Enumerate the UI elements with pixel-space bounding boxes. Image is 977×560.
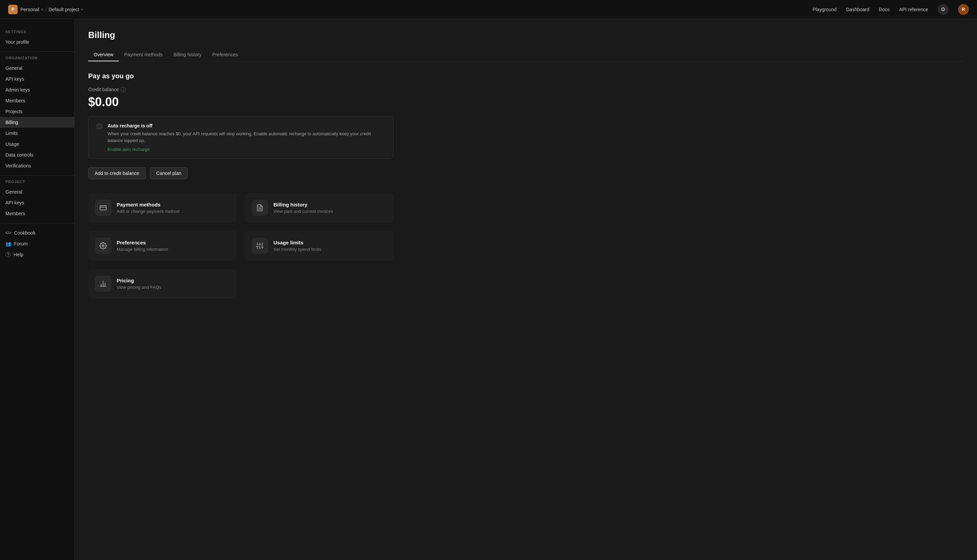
sidebar-settings-label: SETTINGS — [0, 30, 74, 37]
sidebar-divider-2 — [0, 175, 74, 176]
avatar[interactable]: R — [958, 4, 969, 15]
section-title: Pay as you go — [88, 72, 964, 80]
sidebar-project-label: PROJECT — [0, 180, 74, 187]
card-usage-limits-title: Usage limits — [274, 240, 321, 245]
card-preferences-desc: Manage billing information — [117, 247, 168, 252]
sidebar-item-help[interactable]: ? Help — [0, 249, 74, 260]
topnav-right: Playground Dashboard Docs API reference … — [812, 4, 969, 15]
project-label[interactable]: Default project — [48, 7, 79, 12]
sidebar-item-forum[interactable]: 👥 Forum — [0, 238, 74, 249]
sidebar-item-cookbook[interactable]: </> Cookbook — [0, 227, 74, 238]
svg-rect-0 — [100, 206, 106, 210]
nav-api-reference[interactable]: API reference — [899, 7, 928, 12]
svg-point-5 — [102, 245, 104, 247]
tabs-bar: Overview Payment methods Billing history… — [88, 48, 964, 62]
card-billing-history-title: Billing history — [274, 202, 333, 207]
sidebar-item-api-keys[interactable]: API keys — [0, 73, 74, 84]
sidebar-item-general-org[interactable]: General — [0, 63, 74, 73]
card-usage-limits-desc: Set monthly spend limits — [274, 247, 321, 252]
topnav: P Personal ▾ / Default project ▾ Playgro… — [0, 0, 977, 19]
card-billing-history-desc: View past and current invoices — [274, 209, 333, 214]
add-to-credit-balance-button[interactable]: Add to credit balance — [88, 167, 146, 179]
cards-grid: Payment methods Add or change payment me… — [88, 193, 394, 298]
personal-badge[interactable]: P — [8, 5, 18, 14]
personal-label[interactable]: Personal — [20, 7, 39, 12]
sidebar-divider-3 — [0, 223, 74, 223]
nav-dashboard[interactable]: Dashboard — [846, 7, 870, 12]
sidebar-item-billing[interactable]: Billing — [0, 117, 74, 128]
sidebar-item-data-controls[interactable]: Data controls — [0, 150, 74, 160]
breadcrumb: Personal ▾ / Default project ▾ — [20, 7, 83, 12]
sidebar-item-projects[interactable]: Projects — [0, 106, 74, 117]
code-icon: </> — [5, 230, 11, 235]
card-pricing-title: Pricing — [117, 278, 161, 283]
sidebar-item-verifications[interactable]: Verifications — [0, 160, 74, 171]
card-billing-history[interactable]: Billing history View past and current in… — [245, 193, 394, 223]
card-icon — [99, 204, 107, 212]
sidebar-item-limits[interactable]: Limits — [0, 128, 74, 138]
sidebar-item-members-org[interactable]: Members — [0, 95, 74, 106]
tab-payment-methods[interactable]: Payment methods — [119, 48, 168, 62]
card-usage-limits[interactable]: Usage limits Set monthly spend limits — [245, 231, 394, 261]
recharge-box: Auto recharge is off When your credit ba… — [88, 116, 394, 159]
usage-limits-icon-wrap — [252, 238, 268, 254]
card-payment-methods[interactable]: Payment methods Add or change payment me… — [88, 193, 237, 223]
main-content: Billing Overview Payment methods Billing… — [75, 19, 977, 560]
balance-amount: $0.00 — [88, 95, 964, 109]
card-preferences-title: Preferences — [117, 240, 168, 245]
forum-icon: 👥 — [5, 241, 11, 247]
chart-icon — [99, 280, 107, 287]
nav-playground[interactable]: Playground — [812, 7, 837, 12]
card-pricing-desc: View pricing and FAQs — [117, 285, 161, 290]
nav-docs[interactable]: Docs — [878, 7, 890, 12]
breadcrumb-sep: / — [45, 7, 47, 12]
auto-recharge-checkbox[interactable] — [97, 124, 102, 129]
doc-icon — [256, 204, 264, 212]
pricing-icon-wrap — [95, 276, 111, 292]
project-chevron: ▾ — [81, 7, 83, 12]
sidebar-item-admin-keys[interactable]: Admin keys — [0, 84, 74, 95]
sliders-icon — [256, 242, 264, 250]
card-preferences[interactable]: Preferences Manage billing information — [88, 231, 237, 261]
sidebar-item-members-project[interactable]: Members — [0, 208, 74, 219]
sidebar-item-general-project[interactable]: General — [0, 187, 74, 197]
recharge-title: Auto recharge is off — [107, 123, 385, 128]
info-icon[interactable]: i — [121, 87, 126, 92]
settings-icon-btn[interactable]: ⚙ — [938, 4, 949, 15]
topnav-left: P Personal ▾ / Default project ▾ — [8, 5, 812, 14]
credit-balance-label: Credit balance i — [88, 87, 964, 92]
layout: SETTINGS Your profile ORGANIZATION Gener… — [0, 19, 977, 560]
sidebar: SETTINGS Your profile ORGANIZATION Gener… — [0, 19, 75, 560]
sidebar-label: Your profile — [5, 39, 29, 45]
sidebar-org-label: ORGANIZATION — [0, 56, 74, 63]
preferences-icon-wrap — [95, 238, 111, 254]
tab-overview[interactable]: Overview — [88, 48, 119, 62]
gear-icon — [99, 242, 107, 250]
enable-auto-recharge-link[interactable]: Enable auto recharge — [107, 147, 150, 152]
page-title: Billing — [88, 30, 964, 40]
gear-icon: ⚙ — [941, 6, 945, 13]
tab-preferences[interactable]: Preferences — [207, 48, 243, 62]
overview-content: Pay as you go Credit balance i $0.00 Aut… — [88, 72, 964, 298]
help-icon: ? — [5, 252, 11, 257]
cancel-plan-button[interactable]: Cancel plan — [150, 167, 188, 179]
sidebar-item-api-keys-project[interactable]: API keys — [0, 197, 74, 208]
payment-methods-icon-wrap — [95, 200, 111, 216]
sidebar-bottom: </> Cookbook 👥 Forum ? Help — [0, 227, 74, 260]
breadcrumb-chevron: ▾ — [41, 7, 43, 12]
btn-row: Add to credit balance Cancel plan — [88, 167, 964, 179]
recharge-desc: When your credit balance reaches $0, you… — [107, 130, 385, 144]
card-pricing[interactable]: Pricing View pricing and FAQs — [88, 269, 237, 298]
sidebar-divider-1 — [0, 52, 74, 52]
sidebar-item-your-profile[interactable]: Your profile — [0, 37, 74, 47]
card-payment-methods-desc: Add or change payment method — [117, 209, 179, 214]
recharge-content: Auto recharge is off When your credit ba… — [107, 123, 385, 152]
tab-billing-history[interactable]: Billing history — [168, 48, 207, 62]
billing-history-icon-wrap — [252, 200, 268, 216]
sidebar-item-usage[interactable]: Usage — [0, 138, 74, 150]
card-payment-methods-title: Payment methods — [117, 202, 179, 207]
